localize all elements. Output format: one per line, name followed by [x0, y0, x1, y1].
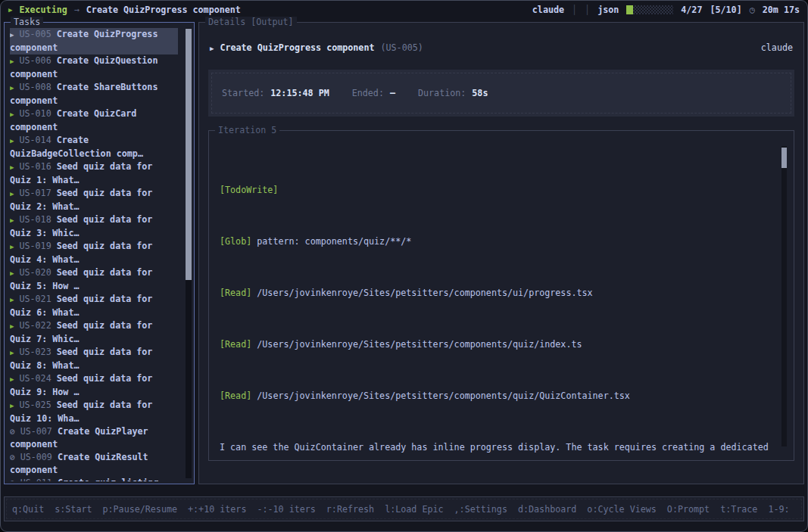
details-panel-title: Details [Output]	[205, 17, 297, 27]
task-list-item[interactable]: ▶ US-023 Seed quiz data for Quiz 8: What…	[10, 346, 178, 372]
output-scrollbar[interactable]	[781, 146, 787, 446]
task-id: US-007	[20, 426, 52, 437]
key-hint: t:Trace	[720, 504, 757, 515]
task-id: US-019	[19, 241, 51, 251]
arrow-separator-icon: →	[74, 5, 80, 15]
tool-tag: [Read]	[220, 288, 251, 298]
output-line: I can see the QuizContainer already has …	[220, 441, 774, 454]
task-list-item[interactable]: ⊘ US-007 Create QuizPlayer component	[10, 425, 178, 451]
task-status-icon: ▶	[10, 58, 14, 65]
play-icon: ▶	[8, 6, 12, 14]
task-list-item[interactable]: ▶ US-018 Seed quiz data for Quiz 3: Whic…	[10, 213, 178, 240]
task-list-item[interactable]: ▶ US-006 Create QuizQuestion component	[10, 54, 178, 81]
task-progress-count: 4/27	[681, 5, 702, 15]
tasks-scrollbar[interactable]	[186, 28, 192, 478]
task-status-icon: ▶	[10, 269, 14, 277]
tool-tag: [Read]	[220, 339, 251, 350]
iteration-box: Iteration 5 [TodoWrite] [Glob] pattern: …	[208, 130, 794, 461]
clock-icon: ◷	[750, 5, 755, 15]
output-line: [Read] /Users/jovinkenroye/Sites/petsitt…	[220, 390, 774, 403]
ended-value: –	[390, 88, 395, 98]
task-list-item[interactable]: ▶ US-020 Seed quiz data for Quiz 5: How …	[10, 266, 178, 293]
started-label: Started:	[222, 88, 264, 98]
task-status-icon: ▶	[10, 31, 14, 39]
task-id: US-025	[19, 400, 51, 410]
output-scrollbar-thumb[interactable]	[781, 148, 787, 168]
task-status-icon: ▶	[10, 216, 14, 224]
task-status-icon: ▶	[10, 137, 14, 145]
output-format: json	[597, 5, 619, 15]
output-line: [TodoWrite]	[220, 184, 774, 197]
output-line: [Read] /Users/jovinkenroye/Sites/petsitt…	[220, 287, 774, 300]
progress-bar	[626, 5, 673, 14]
details-panel: Details [Output] ▶ Create QuizProgress c…	[198, 22, 804, 484]
task-status-icon: ▶	[10, 322, 14, 330]
task-list-item[interactable]: ▶ US-014 Create QuizBadgeCollection comp…	[10, 134, 178, 160]
task-id: US-009	[20, 452, 52, 462]
key-hint: +:+10 iters	[188, 504, 246, 515]
key-hint: s:Start	[55, 504, 92, 515]
task-id: US-008	[19, 82, 51, 92]
task-list-item[interactable]: ▶ US-022 Seed quiz data for Quiz 7: Whic…	[10, 319, 178, 346]
task-status-icon: ▶	[10, 110, 14, 118]
pipe-separator: │	[572, 5, 577, 15]
task-id: US-014	[19, 135, 51, 145]
key-hint: d:Dashboard	[518, 504, 576, 515]
output-log: [TodoWrite] [Glob] pattern: components/q…	[220, 158, 774, 454]
detail-task-title: Create QuizProgress component	[220, 42, 374, 54]
task-list-item[interactable]: ⊘ US-009 Create QuizResult component	[10, 451, 178, 477]
key-hint: p:Pause/Resume	[103, 504, 178, 515]
task-id: US-018	[19, 214, 51, 225]
output-text: I can see the QuizContainer already has …	[220, 442, 769, 453]
task-list-item[interactable]: ▶ US-019 Seed quiz data for Quiz 4: What…	[10, 240, 178, 266]
iteration-progress-count: [5/10]	[710, 5, 741, 15]
execution-status: Executing	[19, 5, 67, 15]
task-status-icon: ▶	[10, 190, 14, 198]
keybind-bar: q:Quit s:Start p:Pause/Resume +:+10 iter…	[4, 496, 804, 521]
task-status-icon: ⊘	[10, 427, 15, 437]
output-text: /Users/jovinkenroye/Sites/petsitters/com…	[251, 288, 592, 298]
app-window: ▶ Executing → Create QuizProgress compon…	[0, 0, 808, 532]
task-id: US-022	[19, 320, 51, 331]
task-list-item[interactable]: ▶ US-010 Create QuizCard component	[10, 107, 178, 134]
task-list-item[interactable]: ▶ US-017 Seed quiz data for Quiz 2: What…	[10, 187, 178, 213]
task-list-item[interactable]: ▶ US-016 Seed quiz data for Quiz 1: What…	[10, 160, 178, 187]
task-status-icon: ▶	[10, 375, 14, 383]
started-value: 12:15:48 PM	[270, 88, 329, 98]
task-list-item[interactable]: ⊘ US-011 Create quiz listing	[10, 477, 178, 481]
task-list: ▶ US-005 Create QuizProgress component ▶…	[10, 28, 178, 481]
task-id: US-017	[19, 188, 51, 198]
task-status-icon: ⊘	[10, 453, 15, 462]
task-list-item[interactable]: ▶ US-021 Seed quiz data for Quiz 6: What…	[10, 293, 178, 319]
task-status-icon: ▶	[10, 349, 14, 356]
task-status-icon: ▶	[10, 243, 14, 250]
tasks-scrollbar-thumb[interactable]	[186, 29, 192, 280]
task-list-item[interactable]: ▶ US-025 Seed quiz data for Quiz 10: Wha…	[10, 399, 178, 425]
progress-bar-fill	[626, 5, 633, 14]
task-id: US-011	[20, 478, 52, 481]
task-id: US-016	[19, 161, 51, 172]
key-hint: -:-10 iters	[257, 504, 315, 515]
task-id: US-006	[19, 55, 51, 66]
key-hint: r:Refresh	[326, 504, 374, 515]
duration-label: Duration:	[418, 88, 466, 98]
pipe-separator: │	[585, 5, 590, 15]
tool-tag: [TodoWrite]	[220, 185, 278, 195]
agent-name: claude	[532, 5, 564, 15]
task-id: US-020	[19, 267, 51, 278]
key-hint: q:Quit	[12, 504, 44, 515]
task-status-icon: ▶	[10, 84, 14, 92]
key-hint: O:Prompt	[667, 504, 710, 515]
task-status-icon: ▶	[10, 296, 14, 303]
task-list-item[interactable]: ▶ US-024 Seed quiz data for Quiz 9: How …	[10, 372, 178, 399]
output-text: /Users/jovinkenroye/Sites/petsitters/com…	[251, 390, 630, 401]
task-list-item[interactable]: ▶ US-005 Create QuizProgress component	[10, 28, 178, 54]
iteration-box-title: Iteration 5	[215, 125, 279, 135]
task-status-icon: ▶	[10, 163, 14, 171]
task-id: US-024	[19, 373, 51, 384]
task-list-item[interactable]: ▶ US-008 Create ShareButtons component	[10, 81, 178, 107]
tasks-panel: Tasks ▶ US-005 Create QuizProgress compo…	[4, 22, 195, 484]
output-text: pattern: components/quiz/**/*	[251, 236, 411, 247]
task-status-icon: ⊘	[10, 478, 15, 481]
task-timing-box: Started: 12:15:48 PM Ended: – Duration: …	[208, 70, 794, 117]
